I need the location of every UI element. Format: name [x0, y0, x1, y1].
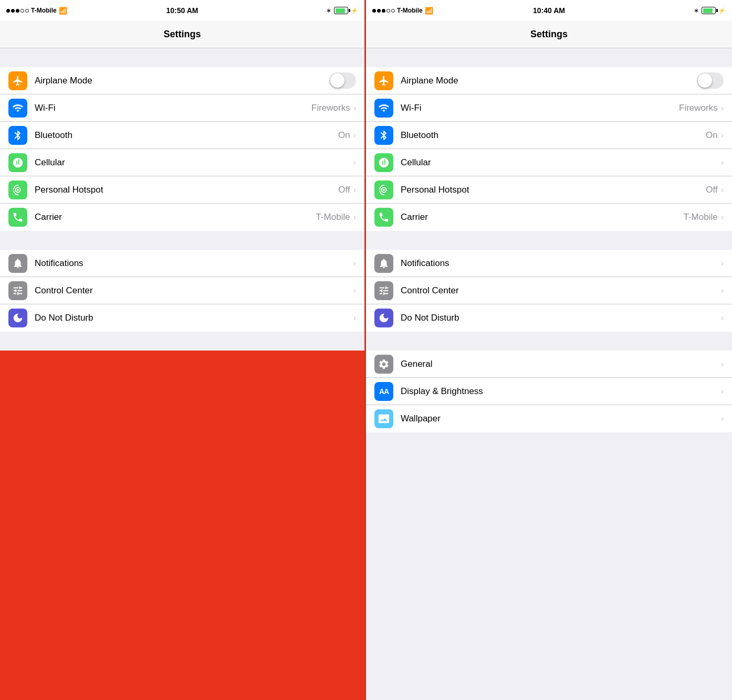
bluetooth-item-right[interactable]: Bluetooth On ›: [366, 122, 732, 149]
notifications-label-left: Notifications: [35, 258, 353, 269]
settings-title-right: Settings: [530, 29, 568, 40]
cellular-item-right[interactable]: Cellular ›: [366, 149, 732, 176]
carrier-item-right[interactable]: Carrier T-Mobile ›: [366, 204, 732, 231]
section-gap-1-left: [0, 48, 364, 67]
bluetooth-label-left: Bluetooth: [35, 130, 338, 141]
airplane-mode-toggle-right[interactable]: [697, 72, 724, 89]
wifi-value-left: Fireworks: [311, 103, 350, 113]
hotspot-value-right: Off: [706, 185, 717, 195]
toggle-knob-left: [330, 73, 344, 88]
bluetooth-chevron-right: ›: [721, 131, 724, 140]
hotspot-icon-right: [374, 181, 393, 199]
signal-dot-r2: [377, 9, 381, 13]
wifi-chevron-right: ›: [721, 103, 724, 113]
nav-header-right: Settings: [366, 21, 732, 48]
carrier-value-left: T-Mobile: [316, 212, 350, 222]
airplane-mode-item-right[interactable]: Airplane Mode: [366, 67, 732, 94]
airplane-mode-toggle-left[interactable]: [329, 72, 356, 89]
hotspot-label-right: Personal Hotspot: [401, 185, 706, 195]
wallpaper-chevron-right: ›: [721, 414, 724, 423]
do-not-disturb-item-right[interactable]: Do Not Disturb ›: [366, 304, 732, 332]
carrier-label-item-right: Carrier: [401, 212, 683, 222]
general-item-right[interactable]: General ›: [366, 351, 732, 378]
notifications-label-right: Notifications: [401, 258, 721, 269]
signal-dot-r5: [391, 9, 395, 13]
cellular-icon-left: [8, 153, 27, 172]
do-not-disturb-chevron-left: ›: [353, 313, 356, 323]
wifi-status-icon-right: 📶: [425, 7, 433, 15]
system-group-left: Notifications › Control Center › Do Not …: [0, 250, 364, 332]
wallpaper-icon-right: [374, 409, 393, 428]
bottom-red-left: [0, 351, 364, 700]
general-chevron-right: ›: [721, 359, 724, 369]
status-right-left: ∗ ⚡: [326, 7, 358, 14]
status-left: T-Mobile 📶: [6, 7, 67, 15]
signal-dot-r3: [382, 9, 385, 13]
control-center-chevron-right: ›: [721, 286, 724, 295]
bluetooth-value-right: On: [706, 130, 718, 141]
control-center-item-left[interactable]: Control Center ›: [0, 277, 364, 304]
carrier-chevron-right: ›: [721, 213, 724, 222]
status-bar-right: T-Mobile 📶 10:40 AM ∗ ⚡: [366, 0, 732, 21]
time-right: 10:40 AM: [533, 6, 565, 15]
do-not-disturb-item-left[interactable]: Do Not Disturb ›: [0, 304, 364, 332]
bluetooth-status-icon-right: ∗: [694, 7, 699, 14]
nav-header-left: Settings: [0, 21, 364, 48]
cellular-icon-right: [374, 153, 393, 172]
bluetooth-icon-left: [8, 126, 27, 145]
carrier-item-left[interactable]: Carrier T-Mobile ›: [0, 204, 364, 231]
do-not-disturb-label-right: Do Not Disturb: [401, 313, 721, 323]
section-gap-3-right: [366, 332, 732, 351]
general-icon-right: [374, 355, 393, 374]
cellular-chevron-right: ›: [721, 158, 724, 167]
status-right-right: ∗ ⚡: [694, 7, 726, 14]
notifications-icon-left: [8, 254, 27, 273]
signal-dot-2: [11, 9, 15, 13]
bluetooth-icon-right: [374, 126, 393, 145]
section-gap-2-left: [0, 231, 364, 250]
hotspot-icon-left: [8, 181, 27, 199]
carrier-label-right: T-Mobile: [397, 7, 423, 14]
signal-dot-1: [6, 9, 10, 13]
notifications-item-left[interactable]: Notifications ›: [0, 250, 364, 277]
toggle-knob-right: [698, 73, 712, 88]
display-icon-right: AA: [374, 382, 393, 401]
cellular-item-left[interactable]: Cellular ›: [0, 149, 364, 176]
airplane-mode-icon-right: [374, 71, 393, 90]
wifi-item-left[interactable]: Wi-Fi Fireworks ›: [0, 94, 364, 122]
wifi-icon-left: [8, 99, 27, 118]
battery-fill-right: [703, 8, 713, 13]
extra-group-right: General › AA Display & Brightness › Wall…: [366, 351, 732, 432]
hotspot-item-right[interactable]: Personal Hotspot Off ›: [366, 176, 732, 204]
signal-dots: [6, 9, 29, 13]
do-not-disturb-icon-left: [8, 309, 27, 327]
network-group-right: Airplane Mode Wi-Fi Fireworks › Bluetoot…: [366, 67, 732, 231]
signal-dot-r4: [386, 9, 390, 13]
status-bar-left: T-Mobile 📶 10:50 AM ∗ ⚡: [0, 0, 364, 21]
carrier-icon-right: [374, 208, 393, 227]
section-gap-1-right: [366, 48, 732, 67]
bluetooth-item-left[interactable]: Bluetooth On ›: [0, 122, 364, 149]
wifi-item-right[interactable]: Wi-Fi Fireworks ›: [366, 94, 732, 122]
display-label-right: Display & Brightness: [401, 386, 721, 397]
display-item-right[interactable]: AA Display & Brightness ›: [366, 378, 732, 405]
notifications-item-right[interactable]: Notifications ›: [366, 250, 732, 277]
hotspot-item-left[interactable]: Personal Hotspot Off ›: [0, 176, 364, 204]
control-center-chevron-left: ›: [353, 286, 356, 295]
cellular-label-left: Cellular: [35, 157, 353, 168]
control-center-item-right[interactable]: Control Center ›: [366, 277, 732, 304]
wifi-label-right: Wi-Fi: [401, 103, 679, 113]
carrier-value-right: T-Mobile: [683, 212, 717, 222]
wifi-status-icon-left: 📶: [59, 7, 67, 15]
wifi-value-right: Fireworks: [679, 103, 718, 113]
wallpaper-item-right[interactable]: Wallpaper ›: [366, 405, 732, 432]
notifications-icon-right: [374, 254, 393, 273]
bluetooth-value-left: On: [338, 130, 350, 141]
hotspot-label-left: Personal Hotspot: [35, 185, 338, 195]
control-center-icon-right: [374, 281, 393, 300]
control-center-icon-left: [8, 281, 27, 300]
display-chevron-right: ›: [721, 387, 724, 396]
airplane-mode-item-left[interactable]: Airplane Mode: [0, 67, 364, 94]
hotspot-value-left: Off: [338, 185, 350, 195]
left-panel: T-Mobile 📶 10:50 AM ∗ ⚡ Settings Airplan…: [0, 0, 366, 700]
